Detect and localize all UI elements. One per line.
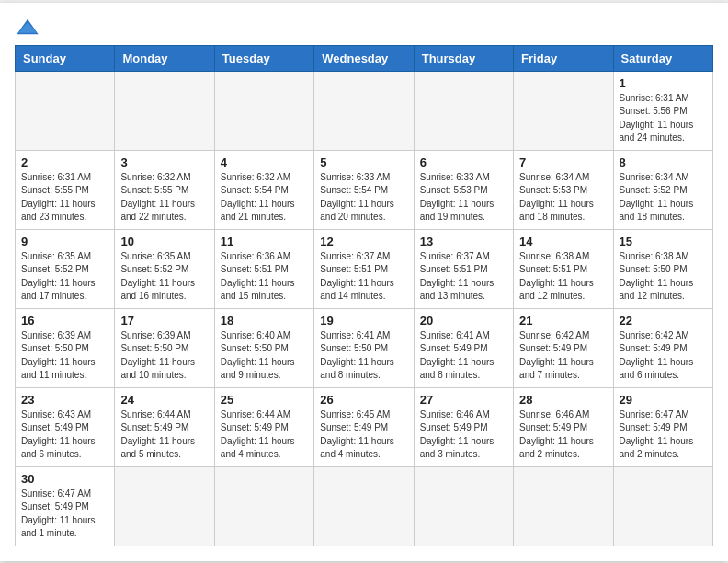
- cell-info: Sunrise: 6:34 AMSunset: 5:52 PMDaylight:…: [620, 171, 707, 224]
- calendar-cell-6: 6Sunrise: 6:33 AMSunset: 5:53 PMDaylight…: [414, 150, 513, 229]
- svg-marker-1: [18, 22, 37, 33]
- calendar-cell-3: 3Sunrise: 6:32 AMSunset: 5:55 PMDaylight…: [115, 150, 214, 229]
- calendar-cell-12: 12Sunrise: 6:37 AMSunset: 5:51 PMDayligh…: [314, 229, 414, 308]
- calendar-cell-23: 23Sunrise: 6:43 AMSunset: 5:49 PMDayligh…: [16, 387, 115, 466]
- weekday-header-wednesday: Wednesday: [314, 45, 414, 71]
- cell-info: Sunrise: 6:37 AMSunset: 5:51 PMDaylight:…: [420, 250, 507, 304]
- calendar-cell-empty: [314, 466, 414, 546]
- calendar-week-4: 16Sunrise: 6:39 AMSunset: 5:50 PMDayligh…: [16, 308, 713, 387]
- cell-info: Sunrise: 6:35 AMSunset: 5:52 PMDaylight:…: [120, 250, 208, 304]
- calendar-cell-17: 17Sunrise: 6:39 AMSunset: 5:50 PMDayligh…: [115, 308, 214, 387]
- calendar-cell-9: 9Sunrise: 6:35 AMSunset: 5:52 PMDaylight…: [16, 229, 115, 308]
- cell-info: Sunrise: 6:40 AMSunset: 5:50 PMDaylight:…: [221, 329, 308, 383]
- calendar-week-5: 23Sunrise: 6:43 AMSunset: 5:49 PMDayligh…: [16, 387, 713, 466]
- day-number: 25: [221, 393, 308, 407]
- calendar-cell-10: 10Sunrise: 6:35 AMSunset: 5:52 PMDayligh…: [115, 229, 214, 308]
- day-number: 8: [620, 155, 707, 169]
- cell-info: Sunrise: 6:41 AMSunset: 5:50 PMDaylight:…: [320, 329, 407, 383]
- cell-info: Sunrise: 6:45 AMSunset: 5:49 PMDaylight:…: [320, 408, 407, 462]
- day-number: 13: [420, 235, 507, 248]
- day-number: 24: [120, 393, 208, 407]
- calendar-cell-empty: [314, 71, 414, 150]
- generalblue-logo-icon: [15, 17, 40, 36]
- calendar-cell-27: 27Sunrise: 6:46 AMSunset: 5:49 PMDayligh…: [414, 387, 513, 466]
- cell-info: Sunrise: 6:38 AMSunset: 5:50 PMDaylight:…: [620, 250, 707, 304]
- day-number: 9: [21, 235, 108, 248]
- calendar-cell-21: 21Sunrise: 6:42 AMSunset: 5:49 PMDayligh…: [514, 308, 613, 387]
- calendar-cell-8: 8Sunrise: 6:34 AMSunset: 5:52 PMDaylight…: [613, 150, 712, 229]
- cell-info: Sunrise: 6:42 AMSunset: 5:49 PMDaylight:…: [519, 329, 607, 383]
- cell-info: Sunrise: 6:44 AMSunset: 5:49 PMDaylight:…: [221, 408, 308, 462]
- day-number: 28: [519, 393, 607, 407]
- day-number: 16: [21, 314, 108, 327]
- calendar-cell-14: 14Sunrise: 6:38 AMSunset: 5:51 PMDayligh…: [514, 229, 613, 308]
- cell-info: Sunrise: 6:32 AMSunset: 5:54 PMDaylight:…: [221, 171, 308, 224]
- cell-info: Sunrise: 6:46 AMSunset: 5:49 PMDaylight:…: [420, 408, 507, 462]
- logo: [15, 17, 44, 36]
- calendar-cell-empty: [214, 466, 313, 546]
- day-number: 11: [221, 235, 308, 248]
- day-number: 15: [620, 235, 707, 248]
- calendar-cell-25: 25Sunrise: 6:44 AMSunset: 5:49 PMDayligh…: [214, 387, 313, 466]
- day-number: 5: [320, 155, 407, 169]
- calendar-cell-empty: [115, 466, 214, 546]
- day-number: 19: [320, 314, 407, 327]
- day-number: 4: [221, 155, 308, 169]
- calendar-cell-19: 19Sunrise: 6:41 AMSunset: 5:50 PMDayligh…: [314, 308, 414, 387]
- cell-info: Sunrise: 6:41 AMSunset: 5:49 PMDaylight:…: [420, 329, 507, 383]
- calendar-cell-22: 22Sunrise: 6:42 AMSunset: 5:49 PMDayligh…: [613, 308, 712, 387]
- calendar-week-2: 2Sunrise: 6:31 AMSunset: 5:55 PMDaylight…: [16, 150, 713, 229]
- weekday-header-saturday: Saturday: [613, 45, 712, 71]
- cell-info: Sunrise: 6:44 AMSunset: 5:49 PMDaylight:…: [120, 408, 208, 462]
- calendar-cell-11: 11Sunrise: 6:36 AMSunset: 5:51 PMDayligh…: [214, 229, 313, 308]
- cell-info: Sunrise: 6:43 AMSunset: 5:49 PMDaylight:…: [21, 408, 108, 462]
- calendar-cell-empty: [414, 71, 513, 150]
- weekday-header-tuesday: Tuesday: [214, 45, 313, 71]
- header: [15, 17, 713, 36]
- day-number: 30: [21, 472, 108, 486]
- calendar-cell-16: 16Sunrise: 6:39 AMSunset: 5:50 PMDayligh…: [16, 308, 115, 387]
- weekday-header-monday: Monday: [115, 45, 214, 71]
- day-number: 27: [420, 393, 507, 407]
- day-number: 6: [420, 155, 507, 169]
- day-number: 17: [120, 314, 208, 327]
- calendar-cell-28: 28Sunrise: 6:46 AMSunset: 5:49 PMDayligh…: [514, 387, 613, 466]
- calendar-cell-26: 26Sunrise: 6:45 AMSunset: 5:49 PMDayligh…: [314, 387, 414, 466]
- cell-info: Sunrise: 6:47 AMSunset: 5:49 PMDaylight:…: [21, 488, 108, 541]
- day-number: 26: [320, 393, 407, 407]
- calendar-cell-18: 18Sunrise: 6:40 AMSunset: 5:50 PMDayligh…: [214, 308, 313, 387]
- calendar-cell-29: 29Sunrise: 6:47 AMSunset: 5:49 PMDayligh…: [613, 387, 712, 466]
- cell-info: Sunrise: 6:37 AMSunset: 5:51 PMDaylight:…: [320, 250, 407, 304]
- cell-info: Sunrise: 6:34 AMSunset: 5:53 PMDaylight:…: [519, 171, 607, 224]
- cell-info: Sunrise: 6:35 AMSunset: 5:52 PMDaylight:…: [21, 250, 108, 304]
- day-number: 20: [420, 314, 507, 327]
- calendar-cell-7: 7Sunrise: 6:34 AMSunset: 5:53 PMDaylight…: [514, 150, 613, 229]
- calendar-week-6: 30Sunrise: 6:47 AMSunset: 5:49 PMDayligh…: [16, 466, 713, 546]
- cell-info: Sunrise: 6:46 AMSunset: 5:49 PMDaylight:…: [519, 408, 607, 462]
- day-number: 21: [519, 314, 607, 327]
- day-number: 14: [519, 235, 607, 248]
- day-number: 23: [21, 393, 108, 407]
- weekday-header-friday: Friday: [514, 45, 613, 71]
- calendar-cell-empty: [514, 71, 613, 150]
- cell-info: Sunrise: 6:31 AMSunset: 5:55 PMDaylight:…: [21, 171, 108, 224]
- day-number: 3: [120, 155, 208, 169]
- day-number: 29: [620, 393, 707, 407]
- day-number: 18: [221, 314, 308, 327]
- calendar-cell-empty: [115, 71, 214, 150]
- calendar-week-1: 1Sunrise: 6:31 AMSunset: 5:56 PMDaylight…: [16, 71, 713, 150]
- calendar-cell-empty: [214, 71, 313, 150]
- cell-info: Sunrise: 6:33 AMSunset: 5:53 PMDaylight:…: [420, 171, 507, 224]
- calendar-cell-empty: [514, 466, 613, 546]
- calendar-cell-4: 4Sunrise: 6:32 AMSunset: 5:54 PMDaylight…: [214, 150, 313, 229]
- cell-info: Sunrise: 6:39 AMSunset: 5:50 PMDaylight:…: [21, 329, 108, 383]
- day-number: 1: [620, 76, 707, 90]
- day-number: 7: [519, 155, 607, 169]
- calendar-cell-13: 13Sunrise: 6:37 AMSunset: 5:51 PMDayligh…: [414, 229, 513, 308]
- cell-info: Sunrise: 6:39 AMSunset: 5:50 PMDaylight:…: [120, 329, 208, 383]
- weekday-header-sunday: Sunday: [16, 45, 115, 71]
- calendar-cell-empty: [16, 71, 115, 150]
- calendar-table: SundayMondayTuesdayWednesdayThursdayFrid…: [15, 45, 713, 546]
- calendar-cell-30: 30Sunrise: 6:47 AMSunset: 5:49 PMDayligh…: [16, 466, 115, 546]
- calendar-cell-15: 15Sunrise: 6:38 AMSunset: 5:50 PMDayligh…: [613, 229, 712, 308]
